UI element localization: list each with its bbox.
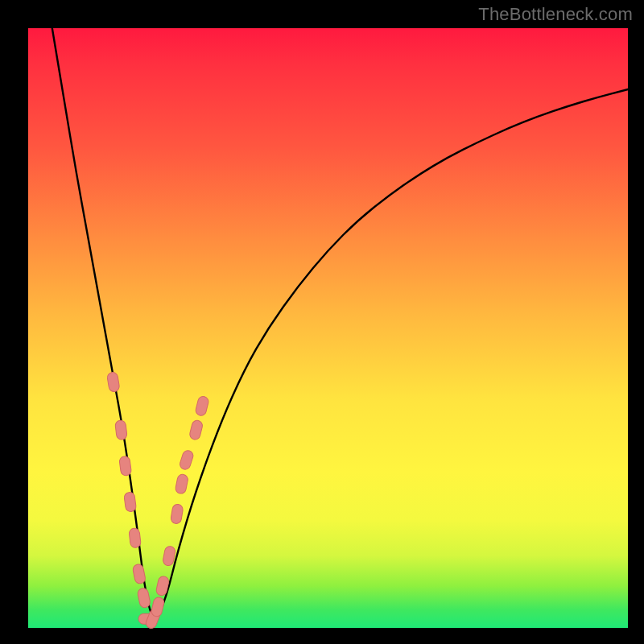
svg-rect-14 [179,449,195,471]
svg-rect-13 [175,473,188,494]
marker [175,473,188,494]
marker [195,395,209,416]
bottleneck-curve [52,28,628,617]
svg-rect-1 [115,419,128,440]
curve-layer [28,28,628,628]
svg-rect-12 [170,504,184,525]
marker [129,528,142,548]
marker [119,456,132,477]
marker [124,492,137,513]
chart-frame: TheBottleneck.com [0,0,644,644]
marker [179,449,195,471]
marker [188,419,203,440]
svg-rect-16 [195,395,209,416]
svg-rect-9 [151,597,165,617]
svg-rect-4 [129,528,142,548]
marker [106,372,120,393]
marker [115,419,128,440]
svg-rect-2 [119,456,132,477]
marker [170,504,184,525]
marker [137,588,151,609]
marker [132,564,146,584]
marker [151,597,165,617]
svg-rect-15 [188,419,203,440]
svg-rect-5 [132,564,146,584]
svg-rect-0 [106,372,120,393]
svg-rect-3 [124,492,137,513]
svg-rect-6 [137,588,151,609]
watermark-text: TheBottleneck.com [478,4,633,25]
